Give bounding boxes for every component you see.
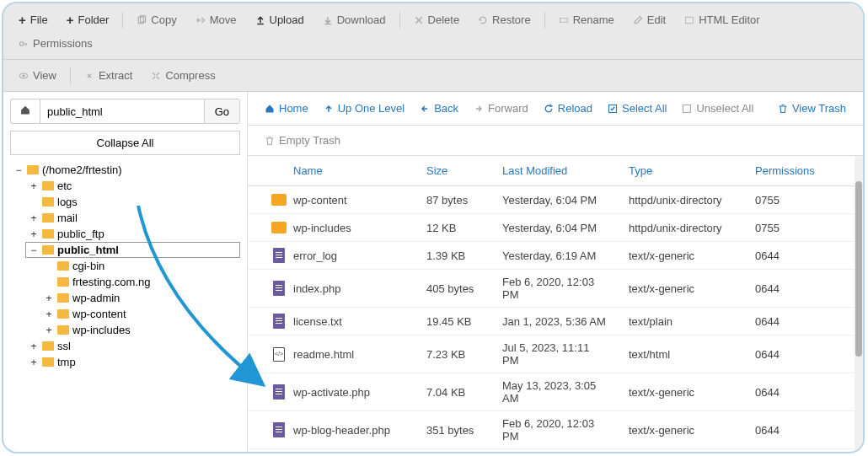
folder-icon (42, 341, 54, 351)
file-name: index.php (293, 282, 340, 295)
table-row[interactable]: wp-activate.php7.04 KBMay 13, 2023, 3:05… (248, 373, 863, 411)
file-size: 405 bytes (416, 270, 492, 308)
file-type: text/x-generic (619, 242, 745, 270)
nav-view-trash[interactable]: View Trash (771, 99, 853, 118)
tree-item-public-html[interactable]: −public_html (25, 242, 240, 258)
file-table: Name Size Last Modified Type Permissions… (248, 156, 863, 453)
nav-forward[interactable]: Forward (467, 99, 535, 118)
tree-item-cgi-bin[interactable]: cgi-bin (40, 258, 240, 274)
table-row[interactable]: index.php405 bytesFeb 6, 2020, 12:03 PMt… (248, 270, 863, 308)
compress-button[interactable]: Compress (142, 65, 223, 86)
col-name[interactable]: Name (248, 156, 416, 186)
table-row[interactable]: license.txt19.45 KBJan 1, 2023, 5:36 AMt… (248, 308, 863, 335)
table-row[interactable]: wp-includes12 KBYesterday, 6:04 PMhttpd/… (248, 214, 863, 242)
file-modified: Jul 5, 2023, 11:11 PM (492, 335, 619, 373)
tree-item-frtesting-com-ng[interactable]: frtesting.com.ng (40, 274, 240, 290)
svg-rect-3 (686, 17, 694, 24)
extract-button[interactable]: Extract (76, 65, 141, 86)
nav-home[interactable]: Home (258, 99, 315, 118)
table-row[interactable]: wp-comments-post.php2.27 KBJun 14, 2023,… (248, 449, 863, 454)
upload-button[interactable]: Upload (247, 9, 313, 30)
tree-label: public_html (57, 244, 119, 256)
tree-label: etc (57, 180, 72, 192)
folder-icon (42, 181, 54, 190)
folder-button[interactable]: Folder (58, 8, 118, 31)
table-row[interactable]: wp-content87 bytesYesterday, 6:04 PMhttp… (248, 186, 863, 214)
tree-item-ssl[interactable]: +ssl (25, 338, 240, 354)
file-name: wp-content (293, 194, 347, 207)
svg-rect-2 (560, 18, 567, 22)
table-row[interactable]: error_log1.39 KBYesterday, 6:19 AMtext/x… (248, 242, 863, 270)
tree-label: (/home2/frtestin) (42, 164, 122, 176)
col-permissions[interactable]: Permissions (745, 156, 863, 186)
tree-item-wp-admin[interactable]: +wp-admin (40, 290, 240, 306)
rename-button[interactable]: Rename (550, 9, 623, 30)
tree-item-tmp[interactable]: +tmp (25, 354, 240, 370)
permissions-button[interactable]: Permissions (10, 33, 101, 54)
view-button[interactable]: View (10, 65, 65, 86)
file-name: wp-blog-header.php (293, 424, 390, 437)
file-size: 7.04 KB (416, 373, 492, 411)
table-row[interactable]: wp-blog-header.php351 bytesFeb 6, 2020, … (248, 411, 863, 449)
nav-empty-trash[interactable]: Empty Trash (258, 131, 347, 150)
folder-icon (271, 192, 287, 207)
nav-back[interactable]: Back (413, 99, 465, 118)
nav-unselect-all[interactable]: Unselect All (675, 99, 760, 118)
file-modified: Yesterday, 6:04 PM (492, 214, 619, 242)
folder-icon (57, 309, 69, 319)
nav-select-all[interactable]: Select All (601, 99, 673, 118)
tree-label: frtesting.com.ng (72, 276, 151, 288)
tree-label: ssl (57, 340, 71, 352)
col-size[interactable]: Size (416, 156, 492, 186)
edit-button[interactable]: Edit (624, 9, 674, 30)
file-name: wp-includes (293, 222, 351, 234)
file-perm: 0644 (745, 270, 863, 308)
file-modified: May 13, 2023, 3:05 AM (492, 373, 619, 411)
vertical-scrollbar[interactable] (855, 156, 863, 453)
download-button[interactable]: Download (314, 9, 394, 30)
toolbar-row-2: View Extract Compress (3, 60, 863, 92)
nav-up[interactable]: Up One Level (317, 99, 412, 118)
file-perm: 0644 (745, 449, 863, 454)
tree-item-wp-includes[interactable]: +wp-includes (40, 322, 240, 338)
home-icon-button[interactable] (10, 99, 40, 124)
path-input[interactable] (40, 99, 204, 124)
tree-item-etc[interactable]: +etc (25, 178, 240, 194)
tree-item-public-ftp[interactable]: +public_ftp (25, 226, 240, 242)
html-editor-button[interactable]: HTML Editor (676, 9, 768, 30)
document-icon (271, 281, 287, 296)
file-modified: Feb 6, 2020, 12:03 PM (492, 270, 619, 308)
copy-button[interactable]: Copy (128, 9, 185, 30)
table-row[interactable]: readme.html7.23 KBJul 5, 2023, 11:11 PMt… (248, 335, 863, 373)
tree-item-wp-content[interactable]: +wp-content (40, 306, 240, 322)
file-button[interactable]: File (10, 8, 56, 31)
tree-root[interactable]: −(/home2/frtestin) (10, 162, 240, 178)
file-size: 7.23 KB (416, 335, 492, 373)
nav-reload[interactable]: Reload (537, 99, 599, 118)
restore-button[interactable]: Restore (469, 9, 539, 30)
tree-item-mail[interactable]: +mail (25, 210, 240, 226)
file-type: httpd/unix-directory (619, 214, 745, 242)
go-button[interactable]: Go (204, 99, 240, 124)
col-type[interactable]: Type (619, 156, 745, 186)
file-size: 87 bytes (416, 186, 492, 214)
file-type: text/x-generic (619, 449, 745, 454)
folder-icon (42, 213, 54, 223)
file-perm: 0755 (745, 214, 863, 242)
folder-tree: −(/home2/frtestin)+etclogs+mail+public_f… (10, 162, 240, 370)
svg-point-4 (20, 41, 24, 46)
file-type: httpd/unix-directory (619, 186, 745, 214)
move-button[interactable]: Move (187, 9, 245, 30)
document-icon (271, 248, 287, 263)
file-modified: Yesterday, 6:04 PM (492, 186, 619, 214)
folder-icon (42, 357, 54, 367)
file-type: text/x-generic (619, 373, 745, 411)
file-name: wp-activate.php (293, 386, 370, 399)
tree-label: mail (57, 212, 78, 224)
collapse-all-button[interactable]: Collapse All (10, 131, 240, 155)
delete-button[interactable]: Delete (405, 9, 469, 30)
file-modified: Yesterday, 6:19 AM (492, 242, 619, 270)
col-modified[interactable]: Last Modified (492, 156, 619, 186)
folder-icon (57, 293, 69, 303)
tree-item-logs[interactable]: logs (25, 194, 240, 210)
